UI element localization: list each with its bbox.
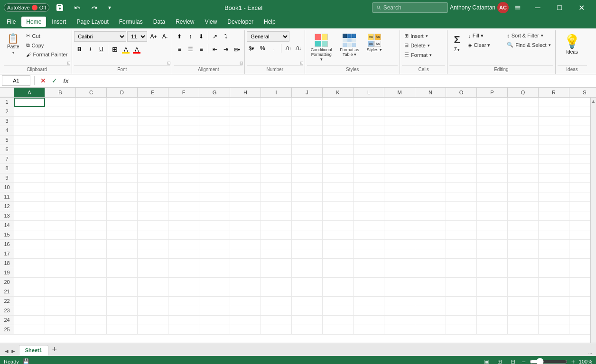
cell-P25[interactable] [477, 325, 508, 335]
cell-S21[interactable] [569, 287, 590, 297]
row-number-13[interactable]: 13 [0, 211, 14, 221]
cell-Q16[interactable] [508, 240, 539, 249]
cell-J22[interactable] [292, 297, 323, 306]
cell-B25[interactable] [45, 325, 76, 335]
number-format-select[interactable]: General Number Currency Accounting Short… [247, 31, 289, 42]
cell-O5[interactable] [446, 136, 477, 145]
cell-I13[interactable] [261, 211, 292, 221]
cell-A11[interactable] [14, 192, 45, 202]
cell-I24[interactable] [261, 316, 292, 325]
cell-B21[interactable] [45, 287, 76, 297]
cell-H1[interactable] [230, 98, 261, 107]
menu-home[interactable]: Home [21, 17, 46, 27]
sort-filter-button[interactable]: ↕ Sort & Filter ▾ [504, 31, 553, 40]
cell-I7[interactable] [261, 155, 292, 164]
cell-E23[interactable] [138, 306, 168, 316]
col-header-F[interactable]: F [168, 88, 199, 97]
row-number-2[interactable]: 2 [0, 107, 14, 117]
cell-I21[interactable] [261, 287, 292, 297]
cell-M18[interactable] [384, 259, 415, 268]
cell-I14[interactable] [261, 221, 292, 230]
cell-I10[interactable] [261, 183, 292, 192]
cell-C16[interactable] [76, 240, 107, 249]
cell-M25[interactable] [384, 325, 415, 335]
cell-R1[interactable] [539, 98, 569, 107]
cell-I8[interactable] [261, 164, 292, 173]
cell-K8[interactable] [323, 164, 354, 173]
cell-J6[interactable] [292, 145, 323, 155]
cell-R20[interactable] [539, 278, 569, 287]
align-left-button[interactable]: ≡ [174, 44, 185, 55]
cell-F14[interactable] [168, 221, 199, 230]
cell-M8[interactable] [384, 164, 415, 173]
cell-B11[interactable] [45, 192, 76, 202]
cell-L4[interactable] [354, 126, 384, 136]
formula-input[interactable] [73, 77, 594, 84]
cell-F5[interactable] [168, 136, 199, 145]
page-break-view-button[interactable]: ⊟ [508, 357, 518, 364]
merge-center-button[interactable]: ⊞▾ [232, 44, 242, 55]
cell-P6[interactable] [477, 145, 508, 155]
cancel-formula-button[interactable]: ✕ [38, 76, 48, 85]
cell-A25[interactable] [14, 325, 45, 335]
col-header-J[interactable]: J [292, 88, 323, 97]
sheet-scroll-right-button[interactable]: ► [10, 348, 16, 355]
col-header-S[interactable]: S [569, 88, 596, 97]
menu-help[interactable]: Help [259, 17, 280, 27]
cell-Q24[interactable] [508, 316, 539, 325]
cell-F4[interactable] [168, 126, 199, 136]
cell-F12[interactable] [168, 202, 199, 211]
cell-S10[interactable] [569, 183, 590, 192]
cell-B12[interactable] [45, 202, 76, 211]
cell-F3[interactable] [168, 117, 199, 126]
cell-J12[interactable] [292, 202, 323, 211]
cell-J5[interactable] [292, 136, 323, 145]
cell-M3[interactable] [384, 117, 415, 126]
row-number-5[interactable]: 5 [0, 136, 14, 145]
cell-I20[interactable] [261, 278, 292, 287]
cell-F7[interactable] [168, 155, 199, 164]
cell-K12[interactable] [323, 202, 354, 211]
cell-C4[interactable] [76, 126, 107, 136]
cell-N25[interactable] [415, 325, 446, 335]
cell-F10[interactable] [168, 183, 199, 192]
cell-H21[interactable] [230, 287, 261, 297]
cell-B9[interactable] [45, 173, 76, 183]
cell-K25[interactable] [323, 325, 354, 335]
cell-K9[interactable] [323, 173, 354, 183]
cell-G16[interactable] [199, 240, 230, 249]
cell-S2[interactable] [569, 107, 590, 117]
cell-B18[interactable] [45, 259, 76, 268]
cell-P1[interactable] [477, 98, 508, 107]
format-painter-button[interactable]: 🖌 Format Painter [24, 50, 70, 59]
number-expand[interactable]: ⊡ [300, 61, 304, 65]
cell-S1[interactable] [569, 98, 590, 107]
cell-C23[interactable] [76, 306, 107, 316]
cell-C9[interactable] [76, 173, 107, 183]
cell-P23[interactable] [477, 306, 508, 316]
cell-J1[interactable] [292, 98, 323, 107]
cell-J4[interactable] [292, 126, 323, 136]
cell-O9[interactable] [446, 173, 477, 183]
cell-I17[interactable] [261, 249, 292, 259]
menu-view[interactable]: View [200, 17, 222, 27]
format-as-table-button[interactable]: Format asTable ▾ [336, 31, 363, 60]
currency-format-button[interactable]: $▾ [247, 43, 256, 54]
cell-Q5[interactable] [508, 136, 539, 145]
cell-B14[interactable] [45, 221, 76, 230]
cell-B16[interactable] [45, 240, 76, 249]
cell-H24[interactable] [230, 316, 261, 325]
cell-E12[interactable] [138, 202, 168, 211]
cell-C17[interactable] [76, 249, 107, 259]
cell-O10[interactable] [446, 183, 477, 192]
cell-S5[interactable] [569, 136, 590, 145]
cell-N14[interactable] [415, 221, 446, 230]
cell-R15[interactable] [539, 230, 569, 240]
cell-H17[interactable] [230, 249, 261, 259]
zoom-out-button[interactable]: − [522, 358, 525, 364]
cell-O24[interactable] [446, 316, 477, 325]
col-header-Q[interactable]: Q [508, 88, 539, 97]
percent-format-button[interactable]: % [257, 43, 268, 54]
cell-P3[interactable] [477, 117, 508, 126]
cell-Q25[interactable] [508, 325, 539, 335]
